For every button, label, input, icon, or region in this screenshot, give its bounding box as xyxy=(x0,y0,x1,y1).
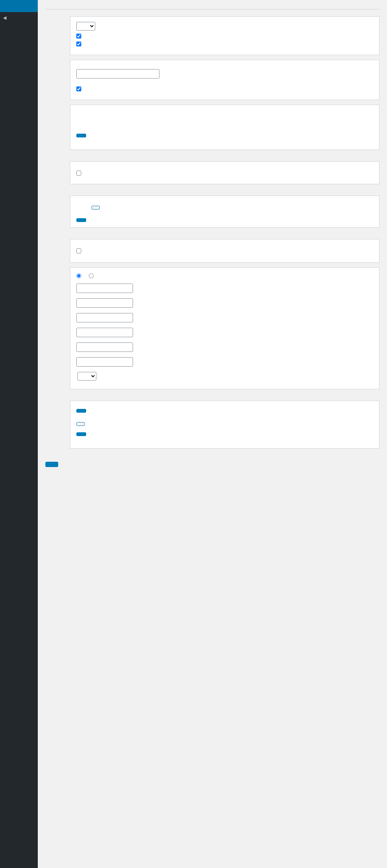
section-label-general xyxy=(45,16,70,154)
retain-select[interactable] xyxy=(76,22,95,31)
import-button[interactable] xyxy=(76,432,86,436)
panel-backup-folder xyxy=(70,60,379,100)
delete-button[interactable] xyxy=(76,134,86,137)
panel-cleanup xyxy=(70,196,379,228)
section-cleanup xyxy=(45,196,379,232)
section-email xyxy=(45,161,379,189)
panel-import-export xyxy=(70,401,379,449)
panel-advanced-opt xyxy=(70,239,379,263)
cb-enable-opt[interactable] xyxy=(76,248,81,253)
radio-compress[interactable] xyxy=(89,273,94,278)
choose-file-button[interactable] xyxy=(76,422,85,426)
cb-domain-label xyxy=(85,86,88,91)
section-advanced xyxy=(45,239,379,394)
restore-mem-input[interactable] xyxy=(76,342,133,352)
sidebar-item-wpvivid[interactable] xyxy=(0,0,38,12)
section-label-cleanup xyxy=(45,196,70,232)
collapse-icon: ◀ xyxy=(3,15,6,20)
main-content xyxy=(38,0,387,868)
cloud-icon xyxy=(3,3,10,9)
section-label-import-export xyxy=(45,401,70,453)
radio-no-compress[interactable] xyxy=(76,273,81,278)
panel-general-top xyxy=(70,16,379,55)
php-timeout-input[interactable] xyxy=(76,313,133,322)
chunk-input[interactable] xyxy=(76,357,133,367)
collapse-menu[interactable]: ◀ xyxy=(0,12,38,23)
exclude-input[interactable] xyxy=(76,298,133,308)
calc-size-button[interactable] xyxy=(91,206,100,210)
split-input[interactable] xyxy=(76,284,133,293)
backup-folder-input[interactable] xyxy=(76,69,159,79)
section-label-email xyxy=(45,161,70,189)
retry-select[interactable] xyxy=(77,372,96,381)
tabs xyxy=(45,9,379,9)
section-general xyxy=(45,16,379,154)
cb-domain-in-name[interactable] xyxy=(76,86,81,91)
panel-advanced-main xyxy=(70,267,379,389)
cb-enable-email[interactable] xyxy=(76,171,81,176)
empty-button[interactable] xyxy=(76,218,86,222)
section-import-export xyxy=(45,401,379,453)
save-button[interactable] xyxy=(45,462,58,467)
export-button[interactable] xyxy=(76,409,86,413)
cb-calc-size[interactable] xyxy=(76,34,81,39)
backup-mem-input[interactable] xyxy=(76,328,133,337)
panel-email xyxy=(70,161,379,184)
cb-show-tabs[interactable] xyxy=(76,42,81,46)
admin-sidebar: ◀ xyxy=(0,0,38,868)
panel-delete-old xyxy=(70,105,379,150)
page-title xyxy=(45,0,379,9)
section-label-advanced xyxy=(45,239,70,394)
